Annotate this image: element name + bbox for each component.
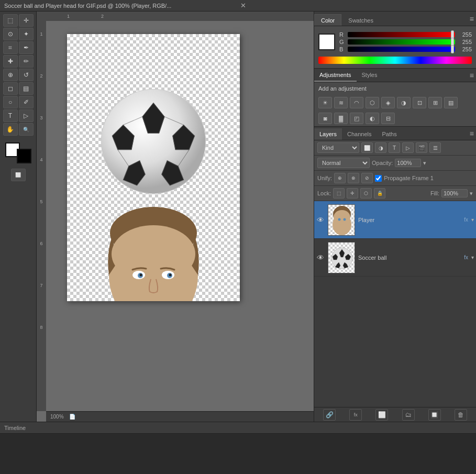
delete-layer-btn[interactable]: 🗑 bbox=[455, 409, 467, 421]
move-tool[interactable]: ✛ bbox=[19, 14, 34, 27]
unify-vis[interactable]: ⊘ bbox=[361, 173, 373, 183]
threshold-icon[interactable]: ▓ bbox=[334, 113, 348, 124]
blend-mode-select[interactable]: Normal Multiply Screen bbox=[317, 158, 370, 168]
soccer-fx[interactable]: fx bbox=[464, 255, 468, 260]
zoom-tool[interactable]: 🔍 bbox=[19, 123, 34, 136]
player-expand-icon[interactable]: ▾ bbox=[471, 217, 474, 223]
color-panel-tabs: Color Swatches ≡ bbox=[314, 12, 476, 26]
adj-panel-menu[interactable]: ≡ bbox=[470, 71, 474, 80]
adjustments-panel: Adjustments Styles ≡ Add an adjustment ☀… bbox=[314, 69, 476, 127]
b-value: 255 bbox=[457, 46, 472, 52]
player-fx[interactable]: fx bbox=[464, 217, 468, 223]
blue-thumb[interactable] bbox=[451, 45, 454, 53]
layers-panel: Layers Channels Paths ≡ Kind ⬜ ◑ T ▷ 🎬 ☰ bbox=[314, 127, 476, 422]
layer-row-soccer[interactable]: 👁 Soccer ball f bbox=[314, 239, 476, 277]
layer-filter-selected[interactable]: ☰ bbox=[429, 142, 441, 153]
tab-paths[interactable]: Paths bbox=[377, 128, 402, 140]
unify-pos[interactable]: ⊕ bbox=[334, 173, 346, 183]
dodge-tool[interactable]: ○ bbox=[3, 96, 18, 108]
player-visibility-icon[interactable]: 👁 bbox=[316, 216, 325, 224]
lock-pixel[interactable]: ⬚ bbox=[333, 188, 345, 199]
invert-icon[interactable]: ◐ bbox=[366, 113, 379, 124]
svg-point-9 bbox=[112, 225, 195, 283]
layer-filter-adjust[interactable]: ◑ bbox=[375, 142, 386, 153]
marquee-tool[interactable]: ⬚ bbox=[3, 14, 18, 27]
layers-bottom-bar: 🔗 fx ⬜ 🗂 🔲 🗑 bbox=[314, 407, 476, 422]
tab-layers[interactable]: Layers bbox=[314, 128, 342, 140]
document-title: Soccer ball and Player head for GIF.psd … bbox=[4, 3, 236, 9]
propagate-checkbox[interactable] bbox=[375, 175, 382, 182]
timeline-content[interactable] bbox=[0, 434, 476, 474]
channel-mixer-icon[interactable]: ⊞ bbox=[428, 97, 442, 108]
eraser-tool[interactable]: ◻ bbox=[3, 82, 18, 95]
lasso-tool[interactable]: ⊙ bbox=[3, 28, 18, 40]
green-slider[interactable] bbox=[348, 39, 455, 45]
layers-panel-menu[interactable]: ≡ bbox=[470, 129, 474, 138]
kind-select[interactable]: Kind bbox=[317, 142, 359, 153]
opacity-dropdown-icon[interactable]: ▾ bbox=[423, 160, 426, 167]
status-icon: 📄 bbox=[69, 414, 75, 420]
layer-filter-pixel[interactable]: ⬜ bbox=[361, 142, 373, 153]
curves-icon[interactable]: ◠ bbox=[350, 97, 363, 108]
gradient-map-icon[interactable]: ▤ bbox=[444, 97, 458, 108]
document-canvas[interactable] bbox=[46, 21, 314, 411]
posterize-icon[interactable]: ◰ bbox=[350, 113, 363, 124]
pen-tool[interactable]: ✐ bbox=[19, 96, 34, 108]
background-swatch[interactable] bbox=[17, 149, 31, 163]
path-tool[interactable]: ▷ bbox=[19, 109, 34, 122]
layer-row-player[interactable]: 👁 Player fx ▾ bbox=[314, 201, 476, 239]
soccer-visibility-icon[interactable]: 👁 bbox=[316, 253, 325, 262]
new-layer-btn[interactable]: 🔲 bbox=[428, 409, 441, 421]
text-tool[interactable]: T bbox=[3, 109, 18, 122]
lock-all[interactable]: 🔒 bbox=[374, 188, 385, 199]
heal-tool[interactable]: ✚ bbox=[3, 55, 18, 68]
soccer-expand-icon[interactable]: ▾ bbox=[471, 255, 474, 260]
blue-slider[interactable] bbox=[348, 47, 455, 52]
color-panel-menu[interactable]: ≡ bbox=[470, 15, 474, 23]
tab-color[interactable]: Color bbox=[314, 14, 341, 26]
lock-artboard[interactable]: ⬡ bbox=[360, 188, 372, 199]
svg-point-15 bbox=[169, 274, 172, 277]
exposure-icon[interactable]: ⬡ bbox=[366, 97, 379, 108]
color-preview[interactable] bbox=[318, 34, 335, 50]
lock-move[interactable]: ✛ bbox=[347, 188, 358, 199]
levels-icon[interactable]: ≋ bbox=[334, 97, 348, 108]
crop-tool[interactable]: ⌗ bbox=[3, 41, 18, 54]
brush-tool[interactable]: ✏ bbox=[19, 55, 34, 68]
tab-channels[interactable]: Channels bbox=[342, 128, 377, 140]
layer-filter-shape[interactable]: ▷ bbox=[402, 142, 414, 153]
hand-tool[interactable]: ✋ bbox=[3, 123, 18, 136]
brightness-icon[interactable]: ☀ bbox=[318, 97, 332, 108]
close-button[interactable]: ✕ bbox=[240, 2, 472, 9]
soccer-ball-svg bbox=[98, 86, 208, 196]
eyedropper-tool[interactable]: ✒ bbox=[19, 41, 34, 54]
unify-style[interactable]: ⊗ bbox=[348, 173, 359, 183]
selective-color-icon[interactable]: ◙ bbox=[318, 113, 332, 124]
magic-wand-tool[interactable]: ✦ bbox=[19, 28, 34, 40]
layer-filter-smart[interactable]: 🎬 bbox=[416, 142, 427, 153]
red-slider[interactable] bbox=[348, 32, 455, 37]
color-spectrum[interactable] bbox=[318, 57, 472, 64]
fill-dropdown-icon[interactable]: ▾ bbox=[470, 190, 473, 197]
history-tool[interactable]: ↺ bbox=[19, 69, 34, 81]
tool-row-8: T ▷ bbox=[0, 109, 36, 122]
tab-styles[interactable]: Styles bbox=[357, 69, 383, 82]
tab-adjustments[interactable]: Adjustments bbox=[314, 69, 357, 82]
layer-style-btn[interactable]: fx bbox=[349, 409, 362, 421]
tab-swatches[interactable]: Swatches bbox=[341, 14, 380, 26]
color-header: R 255 G 255 B bbox=[318, 30, 472, 53]
adj-icons-row-1: ☀ ≋ ◠ ⬡ ◈ ◑ ⊡ ⊞ ▤ bbox=[314, 95, 476, 111]
smart-filter-icon[interactable]: ⊟ bbox=[381, 113, 395, 124]
layer-filter-type[interactable]: T bbox=[389, 142, 400, 153]
gradient-tool[interactable]: ▤ bbox=[19, 82, 34, 95]
screen-mode-btn[interactable]: ⬜ bbox=[11, 169, 26, 181]
color-balance-icon[interactable]: ⊡ bbox=[413, 97, 426, 108]
new-group-btn[interactable]: 🗂 bbox=[402, 409, 415, 421]
add-mask-btn[interactable]: ⬜ bbox=[375, 409, 388, 421]
stamp-tool[interactable]: ⊕ bbox=[3, 69, 18, 81]
fill-input[interactable] bbox=[441, 189, 468, 197]
vibrance-icon[interactable]: ◈ bbox=[381, 97, 395, 108]
link-layers-btn[interactable]: 🔗 bbox=[323, 409, 336, 421]
opacity-input[interactable] bbox=[395, 159, 421, 167]
hue-icon[interactable]: ◑ bbox=[397, 97, 411, 108]
